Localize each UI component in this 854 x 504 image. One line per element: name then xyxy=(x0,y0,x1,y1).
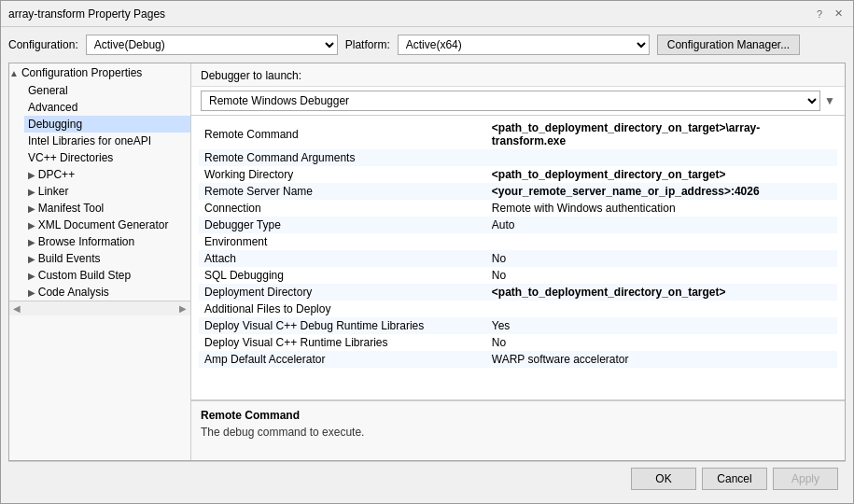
debugger-header: Debugger to launch: xyxy=(191,63,845,87)
debugger-header-label: Debugger to launch: xyxy=(201,69,301,82)
expand-icon-build-events: ▶ xyxy=(28,254,38,264)
expand-icon-browse: ▶ xyxy=(28,237,38,247)
help-button[interactable]: ? xyxy=(812,7,827,21)
table-row: Remote Command Arguments xyxy=(199,149,837,166)
scroll-hint: ◀ ▶ xyxy=(9,301,190,315)
expand-icon-xml: ▶ xyxy=(28,220,38,231)
content-area: Configuration: Active(Debug) Platform: A… xyxy=(1,27,853,503)
expand-icon: ▲ xyxy=(9,68,19,78)
expand-icon-code-analysis: ▶ xyxy=(28,287,38,298)
platform-dropdown[interactable]: Active(x64) xyxy=(398,35,650,55)
sidebar-root-label: Configuration Properties xyxy=(21,66,142,79)
config-manager-button[interactable]: Configuration Manager... xyxy=(657,35,800,55)
expand-icon-custom-build: ▶ xyxy=(28,271,38,281)
property-pages-window: array-transform Property Pages ? ✕ Confi… xyxy=(0,0,854,504)
description-panel: Remote Command The debug command to exec… xyxy=(191,399,845,460)
top-bar: Configuration: Active(Debug) Platform: A… xyxy=(8,35,846,55)
sidebar-item-linker[interactable]: ▶ Linker xyxy=(24,183,190,200)
sidebar-item-manifest-tool[interactable]: ▶ Manifest Tool xyxy=(24,200,190,217)
table-row: Deploy Visual C++ Runtime LibrariesNo xyxy=(199,334,837,351)
table-row: AttachNo xyxy=(199,250,837,267)
table-row: Remote Command<path_to_deployment_direct… xyxy=(199,119,837,149)
cancel-button[interactable]: Cancel xyxy=(702,468,767,490)
sidebar-item-dpc[interactable]: ▶ DPC++ xyxy=(24,166,190,183)
table-row: Remote Server Name<your_remote_server_na… xyxy=(199,183,837,200)
sidebar-item-xml-doc[interactable]: ▶ XML Document Generator xyxy=(24,217,190,233)
sidebar-root[interactable]: ▲ Configuration Properties xyxy=(9,63,190,82)
properties-table: Remote Command<path_to_deployment_direct… xyxy=(191,116,845,399)
sidebar-item-intel-libraries[interactable]: Intel Libraries for oneAPI xyxy=(24,133,190,149)
platform-label: Platform: xyxy=(345,38,390,51)
sidebar-item-build-events[interactable]: ▶ Build Events xyxy=(24,250,190,267)
scroll-right[interactable]: ▶ xyxy=(179,303,187,314)
expand-icon-dpc: ▶ xyxy=(28,170,38,180)
close-button[interactable]: ✕ xyxy=(831,7,846,21)
sidebar-children: General Advanced Debugging Intel Librari… xyxy=(9,82,190,301)
title-bar-controls: ? ✕ xyxy=(812,7,846,21)
expand-icon-linker: ▶ xyxy=(28,187,38,197)
sidebar: ▲ Configuration Properties General Advan… xyxy=(9,63,191,460)
description-title: Remote Command xyxy=(201,409,835,422)
table-row: Environment xyxy=(199,233,837,250)
right-panel: Debugger to launch: Remote Windows Debug… xyxy=(191,63,845,460)
sidebar-item-code-analysis[interactable]: ▶ Code Analysis xyxy=(24,284,190,301)
table-row: ConnectionRemote with Windows authentica… xyxy=(199,200,837,217)
expand-icon-manifest: ▶ xyxy=(28,203,38,214)
table-row: Deploy Visual C++ Debug Runtime Librarie… xyxy=(199,317,837,334)
debugger-dropdown[interactable]: Remote Windows DebuggerLocal Windows Deb… xyxy=(201,91,820,111)
table-row: Debugger TypeAuto xyxy=(199,217,837,233)
apply-button[interactable]: Apply xyxy=(773,468,838,490)
main-panel: ▲ Configuration Properties General Advan… xyxy=(8,63,846,461)
table-row: Additional Files to Deploy xyxy=(199,301,837,317)
table-row: Deployment Directory<path_to_deployment_… xyxy=(199,284,837,301)
sidebar-item-debugging[interactable]: Debugging xyxy=(24,116,190,133)
configuration-label: Configuration: xyxy=(8,38,78,51)
configuration-dropdown[interactable]: Active(Debug) xyxy=(86,35,338,55)
table-row: Working Directory<path_to_deployment_dir… xyxy=(199,166,837,183)
window-title: array-transform Property Pages xyxy=(8,7,165,21)
sidebar-item-advanced[interactable]: Advanced xyxy=(24,99,190,116)
dropdown-arrow-icon: ▼ xyxy=(824,94,835,107)
description-text: The debug command to execute. xyxy=(201,426,835,439)
ok-button[interactable]: OK xyxy=(631,468,696,490)
table-row: SQL DebuggingNo xyxy=(199,267,837,284)
title-bar: array-transform Property Pages ? ✕ xyxy=(1,1,853,27)
bottom-buttons: OK Cancel Apply xyxy=(8,461,846,496)
sidebar-item-custom-build[interactable]: ▶ Custom Build Step xyxy=(24,267,190,284)
sidebar-item-browse-info[interactable]: ▶ Browse Information xyxy=(24,233,190,250)
debugger-select-row: Remote Windows DebuggerLocal Windows Deb… xyxy=(191,87,845,116)
sidebar-item-general[interactable]: General xyxy=(24,82,190,99)
sidebar-item-vc-directories[interactable]: VC++ Directories xyxy=(24,149,190,166)
table-row: Amp Default AcceleratorWARP software acc… xyxy=(199,351,837,368)
scroll-left[interactable]: ◀ xyxy=(13,303,21,314)
props-table: Remote Command<path_to_deployment_direct… xyxy=(199,119,837,368)
